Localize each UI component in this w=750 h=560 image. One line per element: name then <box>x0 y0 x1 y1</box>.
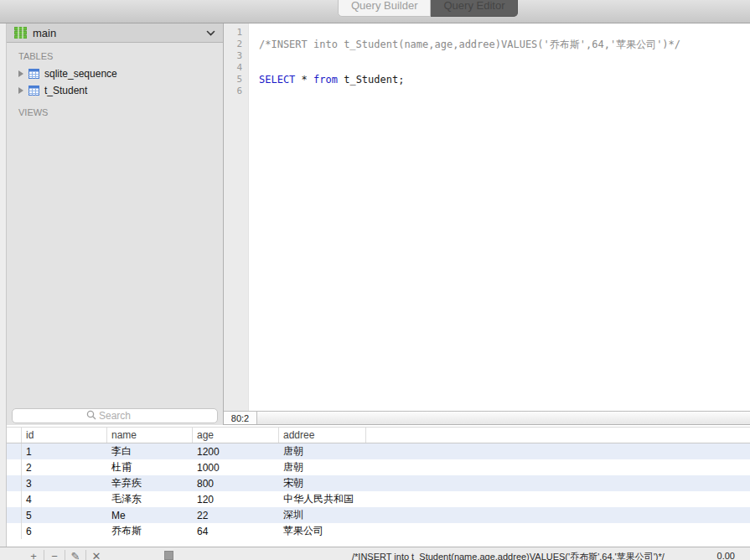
column-header-name[interactable]: name <box>107 428 193 443</box>
row-gutter-cell <box>7 523 22 539</box>
sql-editor: 123456 /*INSERT into t_Student(name,age,… <box>224 23 750 411</box>
column-header-addree[interactable]: addree <box>279 428 366 443</box>
code-area[interactable]: /*INSERT into t_Student(name,age,addree)… <box>249 23 750 411</box>
title-bar: Query Builder Query Editor <box>0 0 750 23</box>
discard-changes-icon[interactable]: ✕ <box>86 551 106 560</box>
query-tabs: Query Builder Query Editor <box>338 0 518 17</box>
table-cell: 22 <box>193 507 279 523</box>
sidebar: main TABLES sqlite_sequence t_Student VI… <box>7 23 224 425</box>
table-cell: 120 <box>193 491 279 507</box>
row-filler <box>366 459 750 475</box>
table-row[interactable]: 3辛弃疾800宋朝 <box>7 475 750 491</box>
table-cell: 5 <box>22 507 107 523</box>
views-section-label: VIEWS <box>7 99 223 122</box>
query-duration: 0.00 <box>717 551 735 560</box>
line-number: 3 <box>224 50 248 62</box>
table-cell: 2 <box>22 459 107 475</box>
table-icon <box>28 86 39 96</box>
code-line <box>259 86 750 97</box>
table-cell: 唐朝 <box>279 459 366 475</box>
table-cell: 4 <box>22 491 107 507</box>
row-gutter-cell <box>7 459 22 475</box>
table-name-label: t_Student <box>44 85 87 96</box>
line-number: 4 <box>224 62 248 74</box>
editor-bottom-strip: 80:2 <box>224 411 750 425</box>
column-header-filler <box>366 428 750 443</box>
table-row[interactable]: 2杜甫1000唐朝 <box>7 459 750 475</box>
row-filler <box>366 507 750 523</box>
table-cell: 唐朝 <box>279 443 366 459</box>
row-gutter-cell <box>7 475 22 491</box>
line-number: 6 <box>224 86 248 97</box>
table-row[interactable]: 5Me22深圳 <box>7 507 750 523</box>
table-cell: 800 <box>193 475 279 491</box>
table-cell: 深圳 <box>279 507 366 523</box>
line-number: 2 <box>224 39 248 50</box>
line-number: 5 <box>224 74 248 86</box>
table-cell: Me <box>107 507 193 523</box>
code-line: SELECT * from t_Student; <box>259 74 750 86</box>
bottom-toolbar: + − ✎ ✕ /*INSERT into t_Student(name,age… <box>0 547 750 560</box>
table-cell: 李白 <box>107 443 193 459</box>
column-header-id[interactable]: id <box>22 428 107 443</box>
table-cell: 中华人民共和国 <box>279 491 366 507</box>
table-cell: 1 <box>22 443 107 459</box>
table-cell: 苹果公司 <box>279 523 366 539</box>
table-cell: 1200 <box>193 443 279 459</box>
stop-icon[interactable] <box>164 551 173 560</box>
disclosure-triangle-icon[interactable] <box>18 87 23 94</box>
table-cell: 杜甫 <box>107 459 193 475</box>
sidebar-item-sqlite_sequence[interactable]: sqlite_sequence <box>7 65 223 82</box>
table-cell: 1000 <box>193 459 279 475</box>
row-filler <box>366 475 750 491</box>
table-row[interactable]: 6乔布斯64苹果公司 <box>7 523 750 539</box>
tab-query-editor[interactable]: Query Editor <box>431 0 518 17</box>
tab-query-builder[interactable]: Query Builder <box>338 0 431 17</box>
sidebar-item-t_Student[interactable]: t_Student <box>7 82 223 99</box>
table-cell: 毛泽东 <box>107 491 193 507</box>
table-cell: 64 <box>193 523 279 539</box>
code-line: /*INSERT into t_Student(name,age,addree)… <box>259 39 750 50</box>
row-gutter-cell <box>7 507 22 523</box>
row-gutter-cell <box>7 443 22 459</box>
sidebar-search <box>12 407 218 423</box>
horizontal-scrollbar[interactable] <box>257 412 750 424</box>
table-row[interactable]: 1李白1200唐朝 <box>7 443 750 459</box>
search-input[interactable] <box>12 408 218 423</box>
line-number-gutter: 123456 <box>224 23 249 411</box>
row-filler <box>366 523 750 539</box>
column-header-age[interactable]: age <box>193 428 279 443</box>
window-edge-strip <box>0 425 7 547</box>
table-cell: 辛弃疾 <box>107 475 193 491</box>
table-icon <box>28 69 39 79</box>
database-selector[interactable]: main <box>7 23 223 43</box>
edit-row-icon[interactable]: ✎ <box>65 551 85 560</box>
remove-row-icon[interactable]: − <box>44 551 65 560</box>
results-table: idnameageaddree1李白1200唐朝2杜甫1000唐朝3辛弃疾800… <box>7 425 750 547</box>
database-icon <box>14 27 27 39</box>
tables-section-label: TABLES <box>7 43 223 65</box>
tables-list: sqlite_sequence t_Student <box>7 65 223 99</box>
table-row[interactable]: 4毛泽东120中华人民共和国 <box>7 491 750 507</box>
cursor-position-indicator: 80:2 <box>224 412 257 424</box>
table-name-label: sqlite_sequence <box>44 68 117 80</box>
table-cell: 6 <box>22 523 107 539</box>
code-line <box>259 62 750 74</box>
row-filler <box>366 491 750 507</box>
disclosure-triangle-icon[interactable] <box>18 70 23 77</box>
row-gutter-cell <box>7 491 22 507</box>
row-gutter-header <box>7 428 22 443</box>
window-edge-strip <box>0 23 7 425</box>
last-query-status-text: /*INSERT into t_Student(name,age,addree)… <box>352 551 665 560</box>
results-header-row: idnameageaddree <box>7 427 750 443</box>
chevron-down-icon <box>206 30 215 36</box>
row-filler <box>366 443 750 459</box>
code-line <box>259 50 750 62</box>
code-line <box>259 27 750 39</box>
table-cell: 3 <box>22 475 107 491</box>
table-cell: 乔布斯 <box>107 523 193 539</box>
line-number: 1 <box>224 27 248 39</box>
table-cell: 宋朝 <box>279 475 366 491</box>
database-name-label: main <box>33 27 200 39</box>
add-row-icon[interactable]: + <box>23 551 44 560</box>
